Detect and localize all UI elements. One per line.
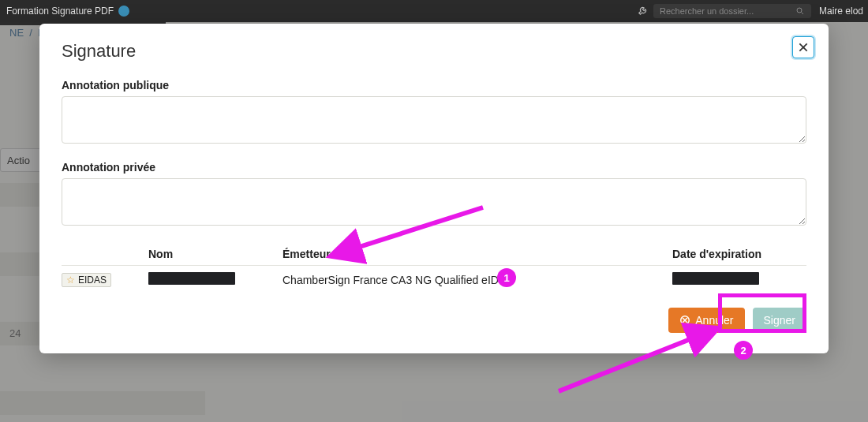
public-annotation-input[interactable] [62, 96, 806, 144]
col-nom: Nom [148, 248, 282, 260]
close-icon [797, 41, 810, 54]
signature-modal: Signature Annotation publique Annotation… [39, 24, 829, 353]
search-input[interactable]: Rechercher un dossier... [653, 4, 811, 18]
star-icon: ☆ [66, 274, 75, 286]
user-menu[interactable]: Maire elod [811, 6, 868, 17]
close-button[interactable] [792, 36, 814, 58]
eidas-badge: ☆ EIDAS [62, 273, 111, 287]
cancel-button[interactable]: Annuler [668, 308, 744, 333]
modal-footer: Annuler Signer [62, 308, 806, 333]
search-placeholder: Rechercher un dossier... [660, 6, 754, 16]
private-annotation-input[interactable] [62, 178, 806, 226]
redacted-nom [148, 272, 235, 285]
cancel-icon [679, 315, 690, 326]
modal-title: Signature [62, 41, 806, 62]
user-name: Maire elod [819, 6, 863, 17]
emetteur-value: ChamberSign France CA3 NG Qualified eID [282, 274, 672, 286]
app-title: Formation Signature PDF [0, 6, 129, 17]
redacted-exp [672, 272, 759, 285]
sign-button[interactable]: Signer [753, 308, 806, 333]
label-public-annotation: Annotation publique [62, 79, 806, 91]
col-emetteur: Émetteur [282, 248, 672, 260]
cert-row[interactable]: ☆ EIDAS ChamberSign France CA3 NG Qualif… [62, 266, 806, 295]
col-expiration: Date d'expiration [672, 248, 806, 260]
search-icon [795, 6, 805, 16]
label-private-annotation: Annotation privée [62, 161, 806, 174]
app-title-text: Formation Signature PDF [6, 6, 114, 17]
badge-text: EIDAS [78, 274, 107, 286]
topbar: Formation Signature PDF Rechercher un do… [0, 0, 868, 22]
user-indicator-dot [118, 6, 129, 17]
cert-table-header: Nom Émetteur Date d'expiration [62, 243, 806, 266]
settings-icon[interactable] [638, 5, 649, 18]
sign-label: Signer [764, 314, 795, 327]
svg-line-1 [801, 13, 803, 15]
cancel-label: Annuler [695, 314, 733, 327]
svg-point-0 [797, 8, 802, 13]
